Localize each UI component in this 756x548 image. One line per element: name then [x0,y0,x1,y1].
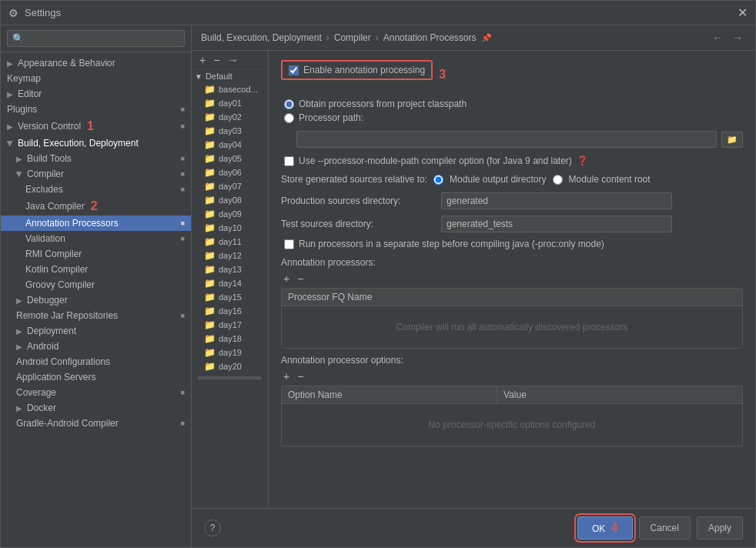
module-output-radio[interactable] [433,175,443,185]
processor-path-input[interactable] [296,131,717,148]
sidebar-item-android[interactable]: ▶ Android [1,339,191,354]
sidebar-item-label: Debugger [27,295,68,306]
sidebar-item-keymap[interactable]: Keymap [1,71,191,86]
sidebar-item-editor[interactable]: ▶ Editor [1,86,191,102]
module-item[interactable]: 📁day03 [192,124,268,138]
sidebar-item-label: Docker [27,403,56,413]
arrow-icon: ▶ [16,296,22,305]
module-arrow-button[interactable]: → [226,54,239,66]
module-item[interactable]: 📁day13 [192,262,268,276]
sidebar-item-appearance[interactable]: ▶ Appearance & Behavior [1,55,191,71]
module-item[interactable]: 📁day07 [192,179,268,193]
sidebar-item-gradle-android[interactable]: Gradle-Android Compiler ■ [1,416,191,431]
module-toolbar: + − → [192,51,268,70]
settings-content: Enable annotation processing 3 Obtain pr… [269,51,755,508]
expand-arrow: ▼ [195,72,202,81]
obtain-radio[interactable] [284,99,294,109]
sidebar-item-java-compiler[interactable]: Java Compiler 2 [1,197,191,216]
module-remove-button[interactable]: − [212,54,221,66]
module-item[interactable]: 📁day16 [192,304,268,318]
module-path-checkbox[interactable] [284,156,294,166]
sidebar-item-annotation-processors[interactable]: Annotation Processors ■ [1,216,191,231]
folder-icon: 📁 [204,112,216,122]
sidebar-item-compiler[interactable]: ▶ Compiler ■ [1,166,191,182]
options-add-button[interactable]: + [281,370,292,383]
main-content: ▶ Appearance & Behavior Keymap ▶ Editor … [1,25,755,547]
prod-sources-input[interactable] [441,192,672,209]
sidebar-item-build-execution[interactable]: ▶ Build, Execution, Deployment [1,135,191,151]
module-item[interactable]: 📁day06 [192,165,268,179]
cancel-button[interactable]: Cancel [639,516,691,540]
module-item[interactable]: 📁day15 [192,290,268,304]
module-item[interactable]: 📁day05 [192,152,268,165]
options-hint-text: No processor-specific options configured [429,419,596,430]
breadcrumb-part2: Compiler [334,32,371,43]
module-item[interactable]: 📁basecod... [192,82,268,96]
processors-remove-button[interactable]: − [295,272,306,285]
apply-button[interactable]: Apply [697,516,743,540]
module-item[interactable]: 📁day10 [192,221,268,235]
ok-button[interactable]: OK 4 [577,516,633,540]
module-item[interactable]: 📁day11 [192,235,268,249]
module-item[interactable]: 📁day17 [192,318,268,332]
folder-icon: 📁 [204,84,216,95]
sidebar-item-android-config[interactable]: Android Configurations [1,354,191,369]
search-input[interactable] [7,30,185,47]
processor-path-radio-row: Processor path: [284,112,743,123]
module-item[interactable]: 📁day18 [192,332,268,346]
folder-icon: 📁 [204,153,216,164]
nav-forward-button[interactable]: → [729,32,746,44]
bottom-bar: ? OK 4 Cancel Apply [192,508,755,547]
arrow-icon: ▶ [7,59,13,68]
module-item[interactable]: 📁day09 [192,207,268,221]
module-item[interactable]: 📁day04 [192,138,268,152]
sidebar-item-build-tools[interactable]: ▶ Build Tools ■ [1,151,191,166]
scrollbar[interactable] [198,376,262,379]
browse-button[interactable]: 📁 [721,132,743,148]
run-processors-checkbox[interactable] [284,239,294,249]
pin-icon: ■ [181,219,185,227]
module-item[interactable]: 📁day20 [192,359,268,373]
search-box [1,25,191,52]
sidebar-item-groovy-compiler[interactable]: Groovy Compiler [1,277,191,292]
module-item[interactable]: 📁day12 [192,249,268,262]
sidebar-item-validation[interactable]: Validation ■ [1,231,191,246]
module-item-default[interactable]: ▼ Default [192,70,268,82]
sidebar-item-label: Coverage [16,387,56,398]
folder-icon: 📁 [204,347,216,358]
module-item[interactable]: 📁day08 [192,193,268,207]
arrow-icon: ▶ [7,90,13,99]
sidebar-item-excludes[interactable]: Excludes ■ [1,182,191,197]
test-sources-input[interactable] [441,216,672,232]
sidebar-item-version-control[interactable]: ▶ Version Control 1 ■ [1,117,191,135]
module-item[interactable]: 📁day14 [192,276,268,290]
folder-icon: 📁 [204,167,216,178]
module-item[interactable]: 📁day01 [192,96,268,110]
radio-group: Obtain processors from project classpath… [281,99,743,123]
sidebar-item-kotlin-compiler[interactable]: Kotlin Compiler [1,262,191,277]
close-button[interactable]: ✕ [738,5,748,20]
sidebar-item-app-servers[interactable]: Application Servers [1,369,191,385]
sidebar-item-plugins[interactable]: Plugins ■ [1,102,191,117]
module-content-radio[interactable] [553,175,563,185]
sidebar-item-debugger[interactable]: ▶ Debugger [1,292,191,308]
sidebar-item-label: Remote Jar Repositories [16,310,118,321]
module-item[interactable]: 📁day02 [192,110,268,124]
sidebar-item-remote-jar[interactable]: Remote Jar Repositories ■ [1,308,191,323]
module-add-button[interactable]: + [198,54,207,66]
sidebar-item-docker[interactable]: ▶ Docker [1,400,191,416]
help-button[interactable]: ? [204,520,221,536]
sidebar-item-coverage[interactable]: Coverage ■ [1,385,191,400]
arrow-icon: ▶ [15,171,24,177]
processor-path-radio[interactable] [284,113,294,123]
sidebar-item-deployment[interactable]: ▶ Deployment [1,323,191,339]
annotation-num-3: 3 [439,68,446,82]
sidebar-item-rmi-compiler[interactable]: RMI Compiler [1,246,191,262]
nav-back-button[interactable]: ← [709,32,726,44]
enable-annotation-checkbox[interactable] [289,65,299,75]
options-remove-button[interactable]: − [295,370,306,383]
processor-path-row: 📁 [281,131,743,148]
module-item[interactable]: 📁day19 [192,346,268,359]
app-logo: ⚙ [8,7,18,19]
processors-add-button[interactable]: + [281,272,292,285]
